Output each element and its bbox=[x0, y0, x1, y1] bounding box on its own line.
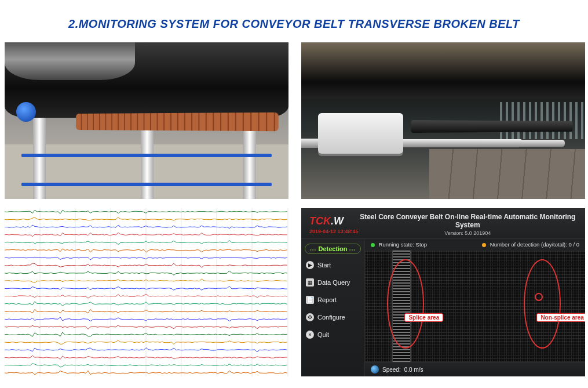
running-state: Running state: Stop bbox=[371, 241, 427, 248]
status-dot-icon bbox=[371, 243, 375, 247]
monitoring-app: TCK.W 2019-04-12 13:48:45 Steel Core Con… bbox=[301, 208, 585, 376]
grid-icon: ▦ bbox=[306, 278, 314, 287]
app-header-center: Steel Core Conveyer Belt On-line Real-ti… bbox=[359, 213, 577, 236]
app-datetime: 2019-04-12 13:48:45 bbox=[309, 229, 359, 234]
detection-count: Number of detection (day/total): 0 / 0 bbox=[482, 241, 579, 248]
sidebar: Detection ▶ Start ▦ Data Query 📄 Report … bbox=[301, 239, 365, 376]
photo-sensor-blue-frame bbox=[5, 42, 288, 199]
start-button[interactable]: ▶ Start bbox=[305, 259, 361, 271]
svg-rect-0 bbox=[5, 208, 288, 376]
waveform-panel bbox=[5, 208, 288, 376]
doc-icon: 📄 bbox=[306, 296, 314, 304]
splice-annotation-ellipse bbox=[387, 259, 424, 349]
data-query-button[interactable]: ▦ Data Query bbox=[305, 276, 361, 289]
scan-visualization: Splice area Non-splice area bbox=[365, 251, 585, 362]
gear-icon: ⚙ bbox=[306, 313, 314, 321]
status-dot-icon bbox=[482, 243, 486, 247]
tile-grid: TCK.W 2019-04-12 13:48:45 Steel Core Con… bbox=[0, 42, 588, 376]
speed-value: 0.0 m/s bbox=[404, 367, 423, 373]
report-button[interactable]: 📄 Report bbox=[305, 293, 361, 306]
sidebar-item-label: Report bbox=[317, 296, 337, 303]
close-icon: × bbox=[306, 331, 314, 339]
main-panel: Running state: Stop Number of detection … bbox=[365, 239, 585, 376]
sidebar-item-label: Start bbox=[317, 262, 331, 269]
page-title: 2.MONITORING SYSTEM FOR CONVEYOR BELT TR… bbox=[0, 17, 588, 31]
sidebar-item-label: Quit bbox=[317, 331, 329, 338]
app-logo-area: TCK.W 2019-04-12 13:48:45 bbox=[309, 215, 359, 234]
play-icon: ▶ bbox=[306, 261, 314, 269]
sidebar-item-label: Configure bbox=[317, 314, 345, 321]
app-footer: Speed: 0.0 m/s bbox=[365, 362, 585, 376]
speed-label: Speed: bbox=[382, 367, 401, 373]
app-header: TCK.W 2019-04-12 13:48:45 Steel Core Con… bbox=[301, 208, 585, 239]
configure-button[interactable]: ⚙ Configure bbox=[305, 311, 361, 324]
globe-icon bbox=[371, 365, 379, 374]
photo-sensor-silver-rail bbox=[301, 42, 585, 199]
nonsplice-label: Non-splice area bbox=[536, 313, 585, 322]
app-title: Steel Core Conveyer Belt On-line Real-ti… bbox=[359, 213, 577, 229]
splice-label: Splice area bbox=[404, 313, 443, 322]
quit-button[interactable]: × Quit bbox=[305, 328, 361, 341]
app-version: Version: 5.0 201904 bbox=[359, 230, 577, 236]
detection-badge: Detection bbox=[305, 244, 361, 254]
app-logo: TCK.W bbox=[309, 215, 359, 227]
status-bar: Running state: Stop Number of detection … bbox=[365, 239, 585, 251]
nonsplice-annotation-ellipse bbox=[524, 259, 561, 349]
sidebar-item-label: Data Query bbox=[317, 279, 350, 286]
defect-marker bbox=[535, 293, 543, 301]
